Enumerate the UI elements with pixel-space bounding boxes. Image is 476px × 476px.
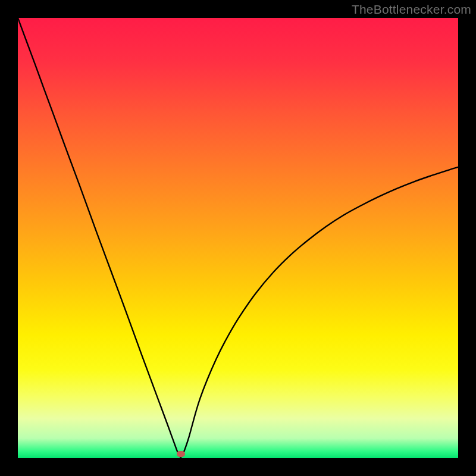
minimum-marker	[177, 451, 185, 457]
bottleneck-curve	[18, 18, 458, 458]
chart-frame	[18, 18, 458, 458]
watermark-text: TheBottlenecker.com	[352, 2, 471, 17]
plot-area	[18, 18, 458, 458]
curve-layer	[18, 18, 458, 458]
